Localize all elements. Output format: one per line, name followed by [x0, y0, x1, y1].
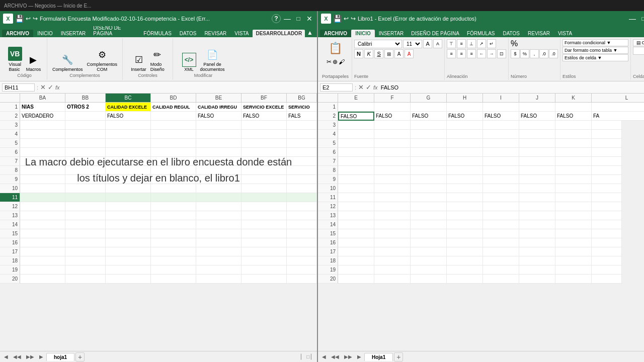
cell[interactable] — [20, 256, 65, 265]
cell[interactable] — [555, 139, 592, 148]
cell[interactable] — [519, 130, 555, 139]
right-col-i[interactable]: I — [483, 94, 519, 102]
cell[interactable] — [151, 130, 196, 139]
cell[interactable] — [287, 175, 317, 184]
cell[interactable] — [106, 256, 151, 265]
cell[interactable] — [65, 229, 106, 238]
cell[interactable] — [374, 247, 411, 256]
cell[interactable] — [519, 193, 555, 202]
cell[interactable] — [483, 148, 519, 157]
cell[interactable] — [447, 238, 483, 247]
tab-vista-left[interactable]: VISTA — [230, 30, 253, 37]
cell[interactable] — [196, 275, 242, 284]
cell[interactable] — [411, 256, 447, 265]
cell[interactable] — [592, 121, 622, 130]
cell[interactable] — [242, 265, 287, 275]
cell[interactable] — [411, 220, 447, 229]
align-top-btn[interactable]: ⊤ — [447, 39, 456, 48]
cell[interactable] — [151, 275, 196, 284]
cell[interactable] — [555, 175, 592, 184]
cell[interactable] — [447, 148, 483, 157]
right-formula-input[interactable] — [380, 83, 644, 92]
cell[interactable] — [374, 148, 411, 157]
tab-inicio-right[interactable]: INICIO — [351, 30, 375, 37]
right-cancel-formula-btn[interactable]: ✕ — [358, 83, 364, 91]
cut-btn[interactable]: ✂ — [327, 58, 332, 65]
cell[interactable] — [196, 193, 242, 202]
cell[interactable] — [555, 184, 592, 193]
cell[interactable] — [338, 148, 374, 157]
cell[interactable] — [519, 247, 555, 256]
right-col-j[interactable]: J — [519, 94, 555, 102]
format-table-btn[interactable]: Dar formato como tabla ▼ — [562, 47, 628, 54]
tab-developer-left[interactable]: DESARROLLADOR — [253, 30, 305, 37]
cell[interactable] — [65, 265, 106, 275]
underline-btn[interactable]: S — [374, 49, 383, 58]
left-add-sheet-btn[interactable]: + — [75, 352, 85, 361]
left-help-btn[interactable]: ? — [272, 14, 281, 23]
cell[interactable] — [196, 265, 242, 275]
cell[interactable] — [20, 157, 65, 166]
cell[interactable] — [483, 202, 519, 211]
left-formula-input[interactable] — [62, 83, 315, 92]
r-cell-i1[interactable] — [483, 103, 519, 112]
cell-bd2[interactable] — [151, 112, 196, 121]
cell[interactable] — [151, 148, 196, 157]
left-max-btn[interactable]: □ — [294, 14, 303, 23]
cell[interactable] — [106, 130, 151, 139]
cell[interactable] — [447, 175, 483, 184]
cell[interactable] — [555, 202, 592, 211]
right-col-k[interactable]: K — [555, 94, 592, 102]
cell[interactable] — [592, 275, 622, 284]
cell[interactable] — [196, 256, 242, 265]
cell[interactable] — [338, 193, 374, 202]
cell[interactable] — [519, 175, 555, 184]
cell[interactable] — [151, 220, 196, 229]
cell[interactable] — [483, 211, 519, 220]
cell[interactable] — [447, 130, 483, 139]
ribbon-xml-btn[interactable]: </> XML — [181, 52, 197, 73]
r-cell-g1[interactable] — [411, 103, 447, 112]
ribbon-macros-btn[interactable]: ▶ Macros — [25, 52, 42, 73]
cell[interactable] — [65, 139, 106, 148]
cell[interactable] — [374, 139, 411, 148]
text-rotate-btn[interactable]: ↗ — [477, 39, 486, 48]
ribbon-panel-btn[interactable]: 📄 Panel dedocumentos — [199, 47, 226, 73]
cell[interactable] — [338, 166, 374, 175]
cell[interactable] — [483, 275, 519, 284]
cell[interactable] — [374, 238, 411, 247]
font-size-select[interactable]: 11 — [403, 40, 422, 48]
tab-vista-right[interactable]: VISTA — [554, 30, 576, 37]
cell[interactable] — [338, 202, 374, 211]
paste-btn[interactable]: 📋 — [327, 39, 345, 57]
cell[interactable] — [483, 157, 519, 166]
cell[interactable] — [519, 184, 555, 193]
cell[interactable] — [65, 238, 106, 247]
cell[interactable] — [338, 275, 374, 284]
cell[interactable] — [483, 139, 519, 148]
cell[interactable] — [20, 193, 65, 202]
cell[interactable] — [411, 139, 447, 148]
left-redo-icon[interactable]: ↪ — [33, 15, 38, 22]
cell[interactable] — [519, 157, 555, 166]
cell[interactable] — [242, 130, 287, 139]
right-max-btn[interactable]: □ — [639, 14, 644, 23]
tab-datos-right[interactable]: DATOS — [499, 30, 524, 37]
left-col-be[interactable]: BE — [196, 94, 242, 102]
bold-btn[interactable]: N — [354, 49, 363, 58]
cell[interactable] — [20, 275, 65, 284]
cell[interactable] — [447, 157, 483, 166]
cell-bc2[interactable]: FALSO — [106, 112, 151, 121]
cell[interactable] — [65, 247, 106, 256]
cell[interactable] — [287, 256, 317, 265]
cell[interactable] — [242, 202, 287, 211]
left-undo-icon[interactable]: ↩ — [26, 15, 31, 22]
cell[interactable] — [555, 130, 592, 139]
tab-archivo-left[interactable]: ARCHIVO — [2, 30, 33, 37]
cell[interactable] — [447, 265, 483, 275]
cell[interactable] — [20, 211, 65, 220]
cell[interactable] — [65, 193, 106, 202]
cell-bg1[interactable]: SERVICIO — [287, 103, 317, 112]
right-col-f[interactable]: F — [374, 94, 411, 102]
cell[interactable] — [555, 256, 592, 265]
